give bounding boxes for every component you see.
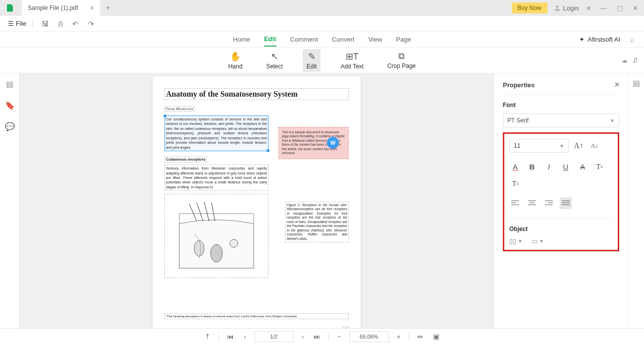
- align-left-button[interactable]: [509, 197, 521, 209]
- decrease-font-icon[interactable]: A↓: [589, 140, 600, 152]
- tab-page[interactable]: Page: [396, 33, 411, 46]
- login-button[interactable]: Login: [553, 4, 579, 12]
- page-number-input[interactable]: [254, 331, 294, 342]
- minimize-button[interactable]: —: [598, 4, 609, 12]
- document-viewport[interactable]: Anatomy of the Somatosensory System From…: [20, 73, 493, 344]
- section-heading[interactable]: Cutaneous receptors: [164, 156, 207, 163]
- figure-caption[interactable]: Figure 1: Receptors in the human skin: M…: [285, 202, 349, 242]
- svg-point-7: [211, 244, 222, 262]
- close-window-button[interactable]: ✕: [631, 4, 640, 12]
- close-tab-icon[interactable]: ×: [90, 4, 94, 12]
- add-text-icon: ⊞T: [346, 51, 359, 62]
- align-right-button[interactable]: [543, 197, 555, 209]
- fit-page-icon[interactable]: ▣: [431, 333, 441, 341]
- main-area: ▤ 🔖 💬 Anatomy of the Somatosensory Syste…: [0, 73, 644, 344]
- tab-view[interactable]: View: [368, 33, 382, 46]
- svg-line-3: [197, 203, 203, 221]
- zoom-in-icon[interactable]: +: [395, 333, 403, 341]
- font-family-dropdown[interactable]: PT Serif ▼: [503, 114, 619, 127]
- select-tool[interactable]: ↖ Select: [262, 49, 286, 72]
- user-icon: [553, 4, 561, 12]
- body-paragraph[interactable]: Sensory information from Meissner corpus…: [164, 165, 268, 191]
- pdf-page[interactable]: Anatomy of the Somatosensory System From…: [153, 76, 361, 338]
- first-page-icon[interactable]: ⏮: [225, 333, 236, 341]
- menu-icon[interactable]: ≡: [585, 4, 592, 12]
- subscript-button[interactable]: T2: [509, 177, 521, 189]
- comments-icon[interactable]: 💬: [5, 122, 15, 131]
- file-menu-button[interactable]: ☰ File: [8, 20, 26, 27]
- redo-icon[interactable]: ↷: [85, 19, 97, 29]
- save-icon[interactable]: 🖫: [39, 19, 52, 29]
- zoom-input[interactable]: [349, 331, 389, 342]
- edit-toolbar: ✋ Hand ↖ Select ✎ Edit ⊞T Add Text ⧉ Cro…: [0, 48, 644, 73]
- undo-icon[interactable]: ↶: [69, 19, 81, 29]
- app-logo: [4, 2, 16, 14]
- highlighted-controls: 11 ▼ A↑ A↓ A B I U A T2 T2: [503, 132, 619, 251]
- main-menu-tabs: Home Edit Comment Convert View Page ✦ Af…: [0, 32, 644, 48]
- figure-image[interactable]: [164, 194, 268, 278]
- crop-icon: ⧉: [398, 51, 405, 61]
- italic-button[interactable]: I: [543, 161, 555, 172]
- right-rail: ▤: [628, 73, 644, 344]
- properties-panel: Properties × Font PT Serif ▼ 11 ▼ A↑ A↓ …: [493, 73, 628, 344]
- tab-title: Sample File (1).pdf: [28, 4, 78, 11]
- cloud-icon[interactable]: ☁: [621, 57, 628, 64]
- left-sidebar: ▤ 🔖 💬: [0, 73, 20, 344]
- align-justify-button[interactable]: [560, 197, 572, 209]
- svg-point-6: [194, 240, 204, 256]
- svg-line-2: [189, 204, 197, 221]
- chevron-down-icon: ▼: [610, 118, 615, 123]
- print-icon[interactable]: ⎙: [55, 19, 65, 29]
- font-color-button[interactable]: A: [509, 161, 521, 172]
- document-tab[interactable]: Sample File (1).pdf ×: [22, 0, 100, 16]
- increase-font-icon[interactable]: A↑: [573, 140, 585, 152]
- hamburger-icon: ☰: [8, 20, 14, 27]
- svg-line-5: [212, 203, 215, 221]
- selected-text-block[interactable]: Our somatosensory system consists of sen…: [164, 115, 268, 151]
- distribute-button[interactable]: ▭ ▼: [532, 237, 544, 245]
- new-tab-button[interactable]: +: [106, 3, 110, 12]
- cursor-icon: ↖: [271, 51, 278, 62]
- footnote[interactable]: ¹The following description is based on l…: [164, 313, 349, 319]
- align-center-button[interactable]: [526, 197, 538, 209]
- zoom-out-icon[interactable]: −: [335, 333, 343, 341]
- superscript-button[interactable]: T2: [593, 161, 605, 172]
- tab-comment[interactable]: Comment: [290, 33, 318, 46]
- last-page-icon[interactable]: ⏭: [312, 333, 322, 341]
- tab-convert[interactable]: Convert: [332, 33, 355, 46]
- font-size-dropdown[interactable]: 11 ▼: [509, 139, 569, 153]
- hand-icon: ✋: [230, 51, 241, 62]
- close-panel-icon[interactable]: ×: [615, 80, 619, 89]
- fit-width-icon[interactable]: ⇔: [415, 333, 425, 341]
- next-page-icon[interactable]: ›: [300, 333, 306, 341]
- panel-title: Properties: [503, 81, 535, 89]
- object-section-label: Object: [509, 226, 613, 232]
- underline-button[interactable]: U: [560, 161, 572, 172]
- tab-home[interactable]: Home: [233, 33, 250, 46]
- page-source[interactable]: From Wikibooks: [164, 106, 195, 112]
- prev-page-icon[interactable]: ‹: [242, 333, 248, 341]
- add-text-tool[interactable]: ⊞T Add Text: [336, 49, 367, 72]
- edit-tool[interactable]: ✎ Edit: [303, 49, 321, 72]
- hand-tool[interactable]: ✋ Hand: [224, 49, 247, 72]
- buy-now-button[interactable]: Buy Now: [512, 2, 547, 13]
- tab-edit[interactable]: Edit: [264, 32, 276, 47]
- settings-toggle-icon[interactable]: ⇵: [633, 57, 638, 64]
- svg-point-0: [556, 5, 558, 8]
- page-title[interactable]: Anatomy of the Somatosensory System: [164, 88, 349, 100]
- crop-page-tool[interactable]: ⧉ Crop Page: [383, 49, 420, 71]
- ai-button[interactable]: ✦ Afirstsoft AI: [579, 36, 620, 43]
- chevron-down-icon: ▼: [559, 143, 564, 149]
- strikethrough-button[interactable]: A: [577, 161, 589, 172]
- quick-toolbar: ☰ File 🖫 ⎙ ↶ ↷: [0, 16, 644, 32]
- word-export-icon[interactable]: W: [327, 137, 339, 149]
- arrange-button[interactable]: ▯▯ ▼: [509, 237, 523, 245]
- bold-button[interactable]: B: [526, 161, 538, 172]
- edit-icon: ✎: [308, 51, 316, 62]
- scroll-top-icon[interactable]: ⤒: [203, 333, 213, 341]
- maximize-button[interactable]: ▢: [615, 4, 625, 12]
- search-icon[interactable]: ⌕: [630, 36, 634, 44]
- panel-toggle-icon[interactable]: ▤: [633, 78, 640, 88]
- bookmark-icon[interactable]: 🔖: [5, 101, 15, 110]
- thumbnails-icon[interactable]: ▤: [6, 79, 13, 89]
